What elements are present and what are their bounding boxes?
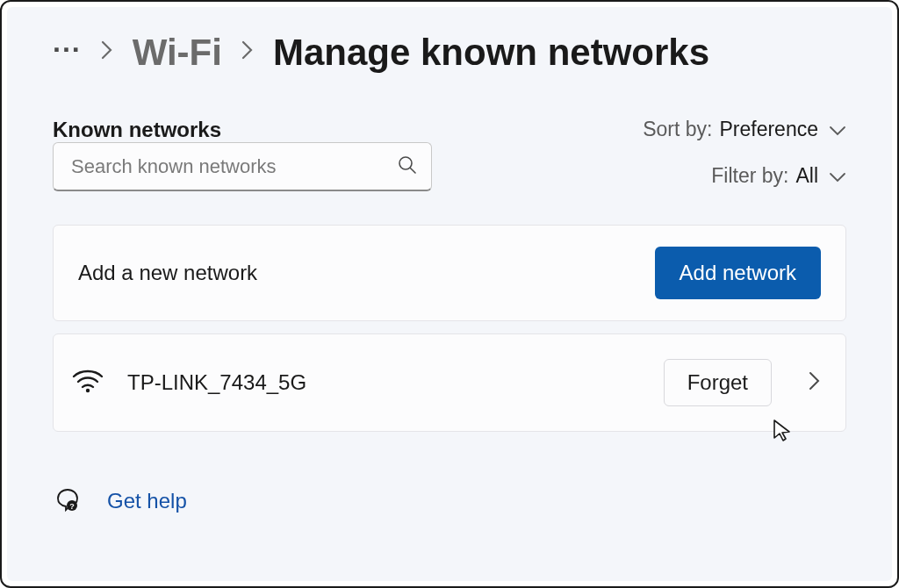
search-input[interactable] <box>71 155 398 178</box>
get-help-link[interactable]: Get help <box>107 489 187 513</box>
sort-by-value: Preference <box>719 118 818 141</box>
cursor-icon <box>772 419 793 447</box>
svg-text:?: ? <box>69 502 75 511</box>
filter-by-value: All <box>795 164 818 188</box>
forget-button[interactable]: Forget <box>664 359 772 406</box>
filter-by-label: Filter by: <box>711 164 788 188</box>
help-icon: ? <box>54 486 81 516</box>
chevron-down-icon <box>829 164 846 188</box>
filter-by-dropdown[interactable]: Filter by: All <box>711 164 846 188</box>
sort-by-dropdown[interactable]: Sort by: Preference <box>643 118 846 141</box>
add-network-card: Add a new network Add network <box>53 225 846 321</box>
sort-by-label: Sort by: <box>643 118 712 141</box>
chevron-right-icon <box>241 40 254 65</box>
breadcrumb-parent-link[interactable]: Wi-Fi <box>133 32 222 74</box>
breadcrumb: ··· Wi-Fi Manage known networks <box>53 32 846 74</box>
network-row[interactable]: TP-LINK_7434_5G Forget <box>53 333 846 432</box>
add-network-label: Add a new network <box>78 261 257 285</box>
chevron-right-icon <box>101 40 113 65</box>
help-row: ? Get help <box>53 486 846 516</box>
chevron-right-icon[interactable] <box>809 370 821 395</box>
network-name: TP-LINK_7434_5G <box>127 370 641 395</box>
svg-line-1 <box>410 168 415 173</box>
add-network-button[interactable]: Add network <box>655 247 821 299</box>
search-icon <box>398 155 417 178</box>
wifi-icon <box>71 368 104 398</box>
page-title: Manage known networks <box>273 32 709 74</box>
section-title: Known networks <box>53 118 221 142</box>
svg-point-2 <box>86 389 90 392</box>
breadcrumb-overflow-button[interactable]: ··· <box>53 33 82 73</box>
chevron-down-icon <box>829 118 846 141</box>
search-box[interactable] <box>53 142 432 191</box>
